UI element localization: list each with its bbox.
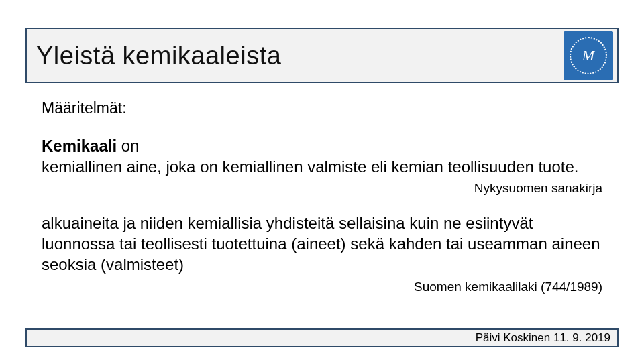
footer-bar: Päivi Koskinen 11. 9. 2019 xyxy=(25,328,619,347)
footer-text: Päivi Koskinen 11. 9. 2019 xyxy=(476,331,610,345)
slide: Yleistä kemikaaleista M Määritelmät: Kem… xyxy=(0,0,644,362)
definition-2-source: Suomen kemikaalilaki (744/1989) xyxy=(42,280,602,294)
definition-1-verb: on xyxy=(117,137,139,155)
martat-logo: M xyxy=(564,31,613,80)
content-area: Määritelmät: Kemikaali on kemiallinen ai… xyxy=(42,99,602,294)
definition-1: Kemikaali on kemiallinen aine, joka on k… xyxy=(42,136,602,177)
definition-1-source: Nykysuomen sanakirja xyxy=(42,181,602,196)
title-bar: Yleistä kemikaaleista M xyxy=(25,28,619,83)
slide-title: Yleistä kemikaaleista xyxy=(36,42,281,70)
definition-2: alkuaineita ja niiden kemiallisia yhdist… xyxy=(42,213,602,275)
definition-2-body: alkuaineita ja niiden kemiallisia yhdist… xyxy=(42,214,600,273)
martat-logo-initials: M xyxy=(570,37,607,74)
definition-1-body: kemiallinen aine, joka on kemiallinen va… xyxy=(42,158,578,176)
subheading: Määritelmät: xyxy=(42,99,602,117)
definition-1-term: Kemikaali xyxy=(42,137,117,155)
